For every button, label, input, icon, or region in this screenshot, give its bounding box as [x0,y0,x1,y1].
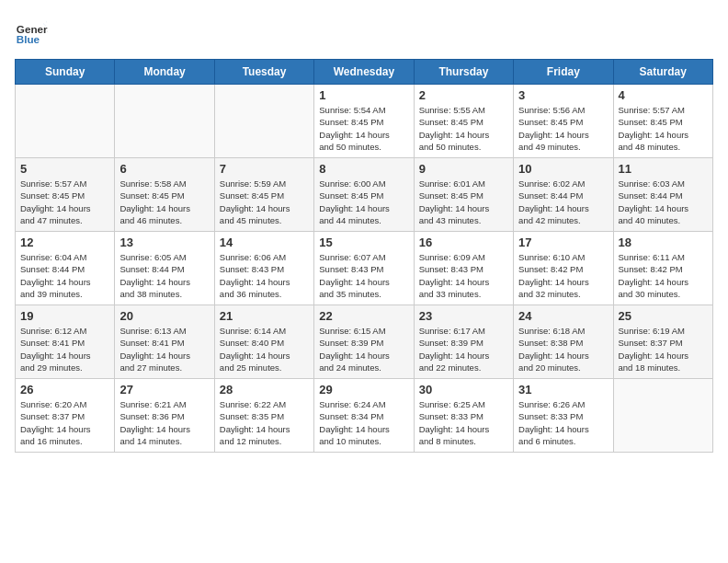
calendar-cell: 21Sunrise: 6:14 AM Sunset: 8:40 PM Dayli… [214,305,313,379]
svg-text:Blue: Blue [17,33,40,45]
calendar-cell: 16Sunrise: 6:09 AM Sunset: 8:43 PM Dayli… [414,232,513,305]
week-row-4: 19Sunrise: 6:12 AM Sunset: 8:41 PM Dayli… [16,305,713,379]
calendar-cell [16,85,115,158]
calendar-table: SundayMondayTuesdayWednesdayThursdayFrid… [15,59,713,453]
logo: General Blue [15,15,51,48]
day-info: Sunrise: 5:57 AM Sunset: 8:45 PM Dayligh… [619,104,708,153]
calendar-cell: 14Sunrise: 6:06 AM Sunset: 8:43 PM Dayli… [214,232,313,305]
day-number: 5 [20,162,109,176]
day-number: 19 [20,309,109,323]
day-number: 31 [518,383,608,396]
day-info: Sunrise: 6:05 AM Sunset: 8:44 PM Dayligh… [119,251,209,300]
day-number: 3 [518,88,608,102]
calendar-cell: 8Sunrise: 6:00 AM Sunset: 8:45 PM Daylig… [314,158,414,232]
calendar-cell: 4Sunrise: 5:57 AM Sunset: 8:45 PM Daylig… [613,85,712,158]
day-number: 6 [119,162,209,176]
calendar-cell: 2Sunrise: 5:55 AM Sunset: 8:45 PM Daylig… [414,85,513,158]
day-number: 29 [319,383,408,396]
day-info: Sunrise: 5:59 AM Sunset: 8:45 PM Dayligh… [220,178,309,226]
calendar-cell: 25Sunrise: 6:19 AM Sunset: 8:37 PM Dayli… [613,305,712,379]
logo-icon: General Blue [15,15,48,48]
day-number: 9 [419,162,508,176]
day-info: Sunrise: 6:20 AM Sunset: 8:37 PM Dayligh… [20,398,109,447]
day-number: 1 [319,88,408,102]
day-header-friday: Friday [514,60,613,85]
week-row-5: 26Sunrise: 6:20 AM Sunset: 8:37 PM Dayli… [16,379,713,453]
calendar-cell: 9Sunrise: 6:01 AM Sunset: 8:45 PM Daylig… [414,158,513,232]
day-number: 20 [119,309,209,323]
week-row-2: 5Sunrise: 5:57 AM Sunset: 8:45 PM Daylig… [16,158,713,232]
day-info: Sunrise: 6:26 AM Sunset: 8:33 PM Dayligh… [518,398,608,447]
day-info: Sunrise: 5:55 AM Sunset: 8:45 PM Dayligh… [419,104,508,153]
day-header-wednesday: Wednesday [314,60,414,85]
day-number: 12 [20,236,109,249]
day-number: 22 [319,309,408,323]
day-info: Sunrise: 6:00 AM Sunset: 8:45 PM Dayligh… [319,178,408,226]
calendar-cell: 20Sunrise: 6:13 AM Sunset: 8:41 PM Dayli… [115,305,214,379]
calendar-cell: 29Sunrise: 6:24 AM Sunset: 8:34 PM Dayli… [314,379,414,453]
day-header-sunday: Sunday [16,60,115,85]
day-info: Sunrise: 5:57 AM Sunset: 8:45 PM Dayligh… [20,178,109,226]
day-info: Sunrise: 6:11 AM Sunset: 8:42 PM Dayligh… [619,251,708,300]
day-number: 15 [319,236,408,249]
day-info: Sunrise: 6:06 AM Sunset: 8:43 PM Dayligh… [220,251,309,300]
calendar-cell: 5Sunrise: 5:57 AM Sunset: 8:45 PM Daylig… [16,158,115,232]
day-number: 2 [419,88,508,102]
day-info: Sunrise: 5:58 AM Sunset: 8:45 PM Dayligh… [119,178,209,226]
week-row-3: 12Sunrise: 6:04 AM Sunset: 8:44 PM Dayli… [16,232,713,305]
day-number: 4 [619,88,708,102]
day-number: 16 [419,236,508,249]
calendar-cell: 7Sunrise: 5:59 AM Sunset: 8:45 PM Daylig… [214,158,313,232]
day-info: Sunrise: 6:24 AM Sunset: 8:34 PM Dayligh… [319,398,408,447]
day-info: Sunrise: 6:17 AM Sunset: 8:39 PM Dayligh… [419,325,508,373]
day-info: Sunrise: 6:07 AM Sunset: 8:43 PM Dayligh… [319,251,408,300]
calendar-cell [115,85,214,158]
day-info: Sunrise: 6:21 AM Sunset: 8:36 PM Dayligh… [119,398,209,447]
day-info: Sunrise: 6:01 AM Sunset: 8:45 PM Dayligh… [419,178,508,226]
day-number: 24 [518,309,608,323]
calendar-cell: 6Sunrise: 5:58 AM Sunset: 8:45 PM Daylig… [115,158,214,232]
calendar-cell: 27Sunrise: 6:21 AM Sunset: 8:36 PM Dayli… [115,379,214,453]
day-header-thursday: Thursday [414,60,513,85]
day-number: 28 [220,383,309,396]
calendar-cell: 18Sunrise: 6:11 AM Sunset: 8:42 PM Dayli… [613,232,712,305]
day-info: Sunrise: 6:02 AM Sunset: 8:44 PM Dayligh… [518,178,608,226]
calendar-cell: 30Sunrise: 6:25 AM Sunset: 8:33 PM Dayli… [414,379,513,453]
day-header-saturday: Saturday [613,60,712,85]
day-info: Sunrise: 6:22 AM Sunset: 8:35 PM Dayligh… [220,398,309,447]
calendar-cell: 28Sunrise: 6:22 AM Sunset: 8:35 PM Dayli… [214,379,313,453]
day-number: 7 [220,162,309,176]
day-number: 17 [518,236,608,249]
day-number: 27 [119,383,209,396]
calendar-cell: 13Sunrise: 6:05 AM Sunset: 8:44 PM Dayli… [115,232,214,305]
day-info: Sunrise: 6:09 AM Sunset: 8:43 PM Dayligh… [419,251,508,300]
day-number: 25 [619,309,708,323]
day-header-tuesday: Tuesday [214,60,313,85]
day-number: 11 [619,162,708,176]
calendar-cell: 26Sunrise: 6:20 AM Sunset: 8:37 PM Dayli… [16,379,115,453]
day-info: Sunrise: 6:18 AM Sunset: 8:38 PM Dayligh… [518,325,608,373]
calendar-cell: 11Sunrise: 6:03 AM Sunset: 8:44 PM Dayli… [613,158,712,232]
day-number: 10 [518,162,608,176]
day-info: Sunrise: 6:14 AM Sunset: 8:40 PM Dayligh… [220,325,309,373]
day-number: 21 [220,309,309,323]
week-row-1: 1Sunrise: 5:54 AM Sunset: 8:45 PM Daylig… [16,85,713,158]
day-info: Sunrise: 6:15 AM Sunset: 8:39 PM Dayligh… [319,325,408,373]
day-info: Sunrise: 6:10 AM Sunset: 8:42 PM Dayligh… [518,251,608,300]
day-number: 23 [419,309,508,323]
calendar-cell: 15Sunrise: 6:07 AM Sunset: 8:43 PM Dayli… [314,232,414,305]
calendar-cell: 12Sunrise: 6:04 AM Sunset: 8:44 PM Dayli… [16,232,115,305]
day-header-monday: Monday [115,60,214,85]
day-info: Sunrise: 6:12 AM Sunset: 8:41 PM Dayligh… [20,325,109,373]
calendar-cell: 22Sunrise: 6:15 AM Sunset: 8:39 PM Dayli… [314,305,414,379]
calendar-cell: 23Sunrise: 6:17 AM Sunset: 8:39 PM Dayli… [414,305,513,379]
calendar-cell: 31Sunrise: 6:26 AM Sunset: 8:33 PM Dayli… [514,379,613,453]
day-number: 30 [419,383,508,396]
day-number: 18 [619,236,708,249]
day-number: 8 [319,162,408,176]
day-number: 26 [20,383,109,396]
days-header-row: SundayMondayTuesdayWednesdayThursdayFrid… [16,60,713,85]
calendar-cell: 24Sunrise: 6:18 AM Sunset: 8:38 PM Dayli… [514,305,613,379]
day-info: Sunrise: 6:13 AM Sunset: 8:41 PM Dayligh… [119,325,209,373]
day-info: Sunrise: 6:03 AM Sunset: 8:44 PM Dayligh… [619,178,708,226]
